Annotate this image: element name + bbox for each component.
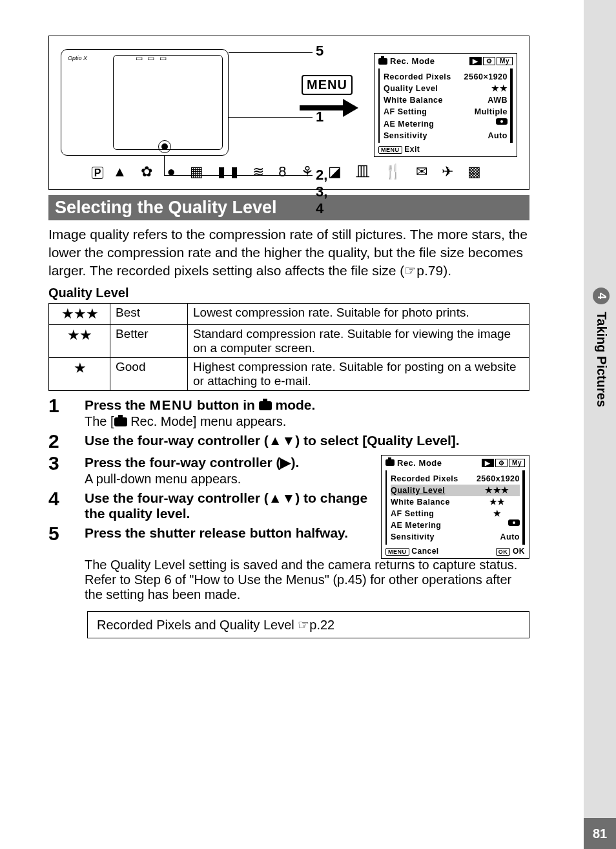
menu-item: White Balance: [384, 94, 443, 106]
menu-value: ★★★: [475, 485, 520, 496]
menu-item: AF Setting: [384, 106, 427, 118]
stars-icon: ★★★: [49, 303, 110, 324]
step-subtext: A pull-down menu appears.: [85, 472, 371, 487]
sidebar-grey: 4 Taking Pictures 81: [584, 0, 616, 849]
menu-arrow-group: MENU: [300, 75, 354, 110]
menu-value: ★: [475, 508, 520, 519]
camera-icon: [259, 401, 272, 410]
step-heading: Press the MENU button in mode.: [85, 397, 529, 413]
menu-text: MENU: [149, 397, 193, 412]
tab-play-icon: ▶: [482, 459, 494, 467]
menu-item-selected: Quality Level: [391, 485, 445, 496]
metering-icon: [508, 519, 520, 526]
reference-box: Recorded Pixels and Quality Level ☞p.22: [87, 611, 529, 638]
menu-item: AF Setting: [391, 508, 435, 519]
menu-screen-2: Rec. Mode ▶ ⚙ My Recorded Pixels2560x192…: [381, 455, 529, 559]
table-row: ★GoodHighest compression rate. Suitable …: [49, 357, 529, 390]
step-number: 3: [48, 454, 72, 487]
footer-ok: OK: [513, 547, 525, 556]
step-subtext: The [ Rec. Mode] menu appears.: [85, 414, 529, 429]
menu-key-icon: MENU: [385, 548, 409, 556]
page-number: 81: [584, 818, 616, 849]
section-heading: Selecting the Quality Level: [48, 195, 529, 220]
sidebar-chapter-tab: 4 Taking Pictures: [593, 288, 610, 407]
camera-model: Optio X: [68, 55, 87, 61]
menu-value: ★★: [491, 83, 508, 94]
step-3: 3 Press the four-way controller (▶). A p…: [48, 455, 371, 487]
tab-play-icon: ▶: [469, 57, 482, 65]
table-row: ★★★BestLowest compression rate. Suitable…: [49, 303, 529, 324]
menu-value: ★★: [475, 496, 520, 508]
camera-icon: [385, 459, 395, 466]
ok-key-icon: OK: [496, 548, 511, 556]
mode-icons-row: P ▲ ✿ ● ▦ ▮▮ ≋ 8 ⚘ ◪ 皿 🍴 ✉ ✈ ▩: [61, 162, 517, 182]
program-mode-icon: P: [92, 167, 104, 179]
menu-item: Sensitivity: [384, 130, 427, 142]
footer-cancel: Cancel: [411, 547, 438, 556]
step-number: 1: [48, 396, 72, 429]
step-4: 4 Use the four-way controller (▲▼) to ch…: [48, 490, 371, 521]
step-subtext: The Quality Level setting is saved and t…: [85, 558, 529, 602]
intro-text: Image quality refers to the compression …: [48, 225, 529, 280]
table-row: ★★BetterStandard compression rate. Suita…: [49, 324, 529, 357]
step-2: 2 Use the four-way controller (▲▼) to se…: [48, 433, 529, 451]
callout-1: 1: [316, 109, 323, 125]
callout-5: 5: [316, 43, 323, 59]
step-heading: Press the four-way controller (▶).: [85, 455, 371, 470]
menu-value: 2560x1920: [477, 473, 520, 485]
manual-page: 4 Taking Pictures 81 Optio X ▭ ▭ ▭ 5 1: [0, 0, 616, 849]
illustration-box: Optio X ▭ ▭ ▭ 5 1 2, 3, 4 MENU: [48, 36, 529, 190]
menu-key-icon: MENU: [378, 146, 402, 154]
quality-name: Best: [110, 303, 188, 324]
menu-title: Rec. Mode: [390, 56, 435, 66]
intro-text-content: Image quality refers to the compression …: [48, 227, 528, 278]
tab-my: My: [497, 57, 513, 65]
step-5: 5 Press the shutter release button halfw…: [48, 525, 371, 543]
step-5-body: 5 The Quality Level setting is saved and…: [48, 556, 529, 602]
quality-name: Good: [110, 357, 188, 390]
menu-value: Auto: [500, 531, 520, 543]
menu-item: Recorded Pixels: [391, 473, 458, 485]
menu-item: AE Metering: [391, 519, 441, 531]
arrow-right-icon: [300, 105, 354, 110]
step-number: 4: [48, 489, 72, 521]
quality-desc: Lowest compression rate. Suitable for ph…: [188, 303, 529, 324]
stars-icon: ★★: [49, 324, 110, 357]
quality-name: Better: [110, 324, 188, 357]
menu-item: White Balance: [391, 496, 450, 508]
step-heading: Use the four-way controller (▲▼) to chan…: [85, 490, 371, 521]
table-title: Quality Level: [48, 286, 529, 300]
tab-settings-icon: ⚙: [495, 459, 508, 467]
step-number: 2: [48, 432, 72, 451]
step-1: 1 Press the MENU button in mode. The [ R…: [48, 397, 529, 429]
camera-icon: [378, 58, 387, 65]
menu-item: Quality Level: [384, 83, 438, 94]
menu-title: Rec. Mode: [397, 458, 442, 468]
camera-illustration: Optio X ▭ ▭ ▭ 5 1 2, 3, 4: [61, 49, 229, 156]
menu-value: Multiple: [475, 106, 508, 118]
quality-level-table: ★★★BestLowest compression rate. Suitable…: [48, 303, 529, 391]
footer-exit: Exit: [404, 145, 420, 154]
menu-item: AE Metering: [384, 118, 434, 130]
menu-value: 2560×1920: [464, 71, 508, 83]
stars-icon: ★: [49, 357, 110, 390]
step-number: 5: [48, 524, 72, 543]
menu-value: AWB: [488, 94, 508, 106]
tab-my: My: [509, 459, 525, 467]
metering-icon: [496, 118, 508, 125]
callout-234: 2, 3, 4: [316, 167, 327, 217]
chapter-title: Taking Pictures: [595, 312, 609, 407]
lens-icon: [158, 140, 171, 153]
chapter-number-icon: 4: [593, 288, 610, 304]
menu-item: Recorded Pixels: [384, 71, 451, 83]
quality-desc: Standard compression rate. Suitable for …: [188, 324, 529, 357]
menu-item: Sensitivity: [391, 531, 435, 543]
step-heading: Use the four-way controller (▲▼) to sele…: [85, 433, 529, 448]
quality-desc: Highest compression rate. Suitable for p…: [188, 357, 529, 390]
step-heading: Press the shutter release button halfway…: [85, 525, 371, 541]
menu-button-icon: MENU: [302, 75, 353, 95]
menu-value: Auto: [488, 130, 508, 142]
tab-settings-icon: ⚙: [483, 57, 496, 65]
camera-icon: [114, 417, 127, 426]
steps-list: 1 Press the MENU button in mode. The [ R…: [48, 397, 529, 602]
